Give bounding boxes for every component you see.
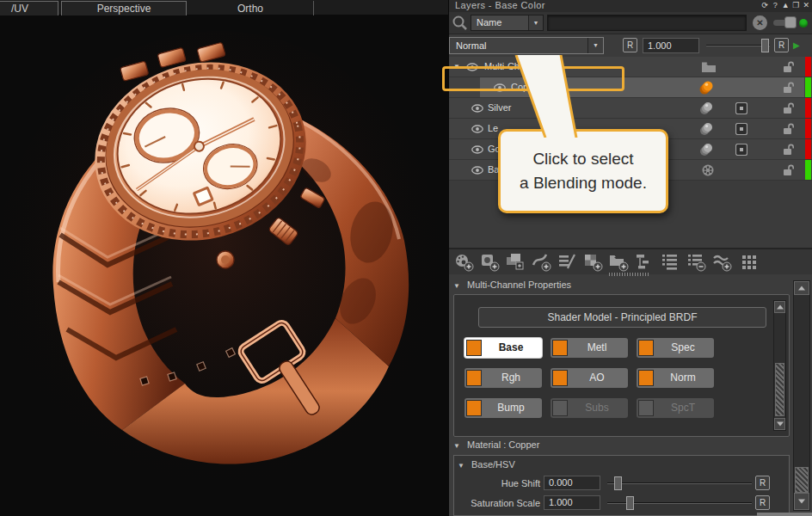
saturation-scale-field[interactable]: 1.000 <box>544 495 600 510</box>
section-title: Material : Copper <box>467 439 539 450</box>
tab-uv[interactable]: /UV <box>0 1 58 15</box>
search-filter-value: Name <box>477 17 501 28</box>
cache-status-strip-green <box>805 160 811 180</box>
tab-perspective[interactable]: Perspective <box>61 1 187 15</box>
saturation-scale-reset-button[interactable]: R <box>755 495 770 510</box>
tab-ortho[interactable]: Ortho <box>188 1 314 15</box>
channel-button-subs[interactable]: Subs <box>551 398 628 418</box>
channel-color-chip <box>638 400 654 416</box>
share-layer-icon[interactable] <box>712 253 733 272</box>
refresh-icon[interactable]: ⟳ <box>760 0 770 11</box>
hue-shift-slider[interactable] <box>607 476 752 491</box>
blend-amount-field[interactable]: 1.000 <box>643 38 699 53</box>
slider-thumb[interactable] <box>614 476 622 490</box>
scroll-down-button[interactable] <box>794 493 809 510</box>
scroll-up-button[interactable] <box>794 281 809 295</box>
saturation-scale-slider[interactable] <box>607 495 752 511</box>
unlocked-icon[interactable] <box>783 102 795 114</box>
panel-scrollbar[interactable] <box>793 280 810 511</box>
add-layer-mask-icon[interactable] <box>506 253 526 272</box>
layer-mask-icon[interactable] <box>735 102 747 114</box>
channel-button-spec[interactable]: Spec <box>637 338 714 358</box>
hue-shift-reset-button[interactable]: R <box>755 476 770 490</box>
layer-row-silver[interactable]: Silver <box>449 98 812 119</box>
add-procedural-layer-icon[interactable] <box>480 253 501 272</box>
blend-mode-reset-button[interactable]: R <box>623 38 637 52</box>
toolbar-scroll-indicator[interactable] <box>609 273 649 276</box>
multi-channel-properties-box: Shader Model - Principled BRDF Base Metl… <box>453 294 790 437</box>
3d-viewport-watch-model[interactable] <box>0 15 448 516</box>
channel-button-rgh[interactable]: Rgh <box>464 368 542 388</box>
toggle-knob <box>784 16 797 28</box>
channel-color-chip <box>466 400 482 416</box>
channel-color-chip <box>552 340 568 356</box>
group-folder-icon <box>701 61 717 73</box>
material-sphere-icon-orange <box>699 80 715 95</box>
slider-thumb[interactable] <box>761 39 769 52</box>
channel-color-chip <box>552 370 568 386</box>
scrollbar-thumb[interactable] <box>775 363 784 416</box>
channel-color-chip <box>552 400 568 416</box>
filter-toggle[interactable] <box>773 20 790 26</box>
add-adjustment-stack-icon[interactable] <box>557 253 578 272</box>
material-sphere-icon <box>699 101 715 115</box>
slider-thumb[interactable] <box>626 496 634 510</box>
channel-button-bump[interactable]: Bump <box>464 398 542 418</box>
bottom-panel-fragment <box>757 513 812 516</box>
scroll-down-button[interactable] <box>774 418 785 430</box>
channel-button-spct[interactable]: SpcT <box>637 398 714 418</box>
blend-amount-slider[interactable] <box>706 38 770 53</box>
cache-status-strip-red <box>805 119 811 138</box>
visibility-eye-icon[interactable] <box>471 125 483 133</box>
channel-color-chip <box>638 370 654 386</box>
channel-button-ao[interactable]: AO <box>551 368 628 388</box>
multi-channel-properties-header[interactable]: ▼ Multi-Channel Properties <box>453 280 571 290</box>
remove-layer-icon[interactable] <box>686 253 707 272</box>
cache-status-strip-red <box>805 98 811 118</box>
add-graph-layer-icon[interactable] <box>583 253 604 272</box>
unlocked-icon[interactable] <box>783 144 795 156</box>
float-icon[interactable]: ❐ <box>791 0 801 11</box>
unlocked-icon[interactable] <box>783 123 795 135</box>
add-group-icon[interactable] <box>609 253 630 272</box>
unlocked-icon[interactable] <box>783 164 795 176</box>
clear-search-button[interactable]: ✕ <box>753 15 767 30</box>
layer-mask-icon[interactable] <box>735 123 747 135</box>
channel-button-base[interactable]: Base <box>464 338 542 358</box>
properties-scrollbar[interactable] <box>773 300 786 431</box>
scrollbar-thumb[interactable] <box>795 467 809 493</box>
search-filter-dropdown[interactable]: Name ▼ <box>471 15 544 31</box>
merge-layers-icon[interactable] <box>635 253 655 272</box>
add-paint-layer-icon[interactable] <box>454 253 475 272</box>
channel-button-norm[interactable]: Norm <box>637 368 714 388</box>
unlocked-icon[interactable] <box>783 82 795 94</box>
panel-title-bar[interactable]: Layers - Base Color ⟳ ? ▲ ❐ ✕ <box>449 0 812 12</box>
blend-mode-dropdown[interactable]: Normal ▼ <box>449 37 604 54</box>
material-copper-header[interactable]: ▼ Material : Copper <box>453 439 539 450</box>
unlocked-icon[interactable] <box>783 61 795 73</box>
help-icon[interactable]: ? <box>771 0 780 11</box>
search-input[interactable] <box>547 15 747 31</box>
layer-list-icon[interactable] <box>661 253 681 272</box>
visibility-eye-icon[interactable] <box>471 145 483 154</box>
add-adjustment-layer-icon[interactable] <box>532 253 552 272</box>
status-indicator-dot <box>799 19 808 28</box>
layer-mask-icon[interactable] <box>735 144 747 156</box>
channel-button-metl[interactable]: Metl <box>551 338 628 358</box>
play-icon[interactable]: ▶ <box>793 40 800 52</box>
collapse-icon[interactable]: ▲ <box>781 0 790 11</box>
close-icon[interactable]: ✕ <box>802 0 811 11</box>
channel-color-chip <box>466 340 482 356</box>
visibility-eye-icon[interactable] <box>471 104 483 113</box>
paint-layer-icon <box>701 163 715 177</box>
chevron-down-icon: ▼ <box>528 15 543 30</box>
grid-view-icon[interactable] <box>740 253 760 272</box>
scroll-up-button[interactable] <box>774 301 785 313</box>
shader-model-button[interactable]: Shader Model - Principled BRDF <box>478 307 766 328</box>
blend-mode-value: Normal <box>456 40 486 51</box>
visibility-eye-icon[interactable] <box>471 166 483 175</box>
blend-amount-reset-button[interactable]: R <box>774 38 789 52</box>
hue-shift-field[interactable]: 0.000 <box>544 476 600 490</box>
tooltip-line1: Click to select <box>532 147 633 171</box>
base-hsv-header[interactable]: ▼ Base/HSV <box>458 459 515 470</box>
